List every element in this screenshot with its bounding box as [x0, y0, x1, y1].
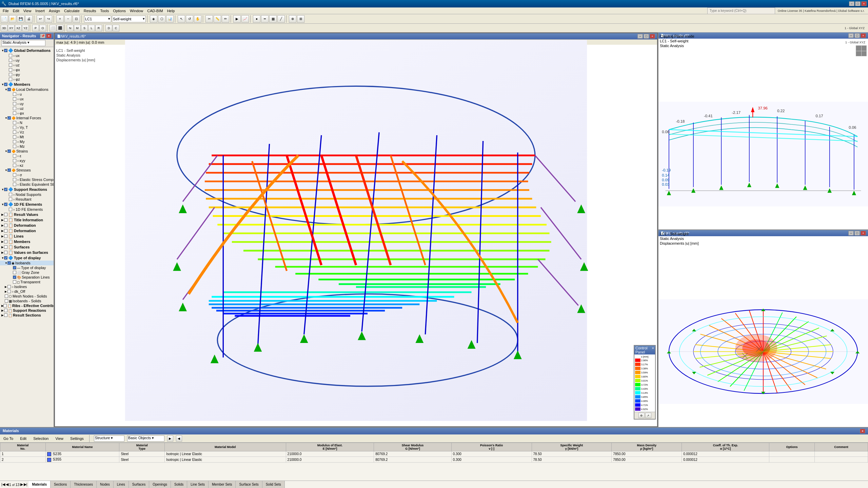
zoom-all-button[interactable]: ⊡ [73, 15, 80, 23]
nav-checkbox[interactable] [9, 193, 12, 196]
goto-button[interactable]: Go To [1, 436, 15, 441]
br-min-button[interactable]: − [848, 231, 854, 236]
nav-mesh-nodes-solids[interactable]: ⬡ Mesh Nodes - Solids [0, 294, 54, 299]
viewport-grid-icon[interactable] [856, 45, 867, 56]
load-case-dropdown[interactable]: LC1 ▾ [84, 16, 111, 22]
nav-checkbox[interactable] [13, 93, 16, 96]
nav-separation-lines[interactable]: ✓ — Type of display [0, 265, 54, 270]
menu-help[interactable]: Help [165, 8, 177, 14]
nav-checkbox[interactable] [3, 304, 7, 307]
nav-deformation[interactable]: ▶ 📋 Deformation [0, 228, 54, 233]
nav-checkbox[interactable] [5, 294, 8, 298]
nav-checkbox[interactable]: ✓ [13, 276, 16, 279]
contour-button[interactable]: C [113, 25, 119, 32]
nav-ribs[interactable]: ▶ 📋 Ribs - Effective Contribution on Sur… [0, 303, 54, 308]
render-button[interactable]: ◈ [150, 15, 157, 23]
nav-isobands-solids[interactable]: ▦ Isobands - Solids [0, 299, 54, 303]
nav-surfaces-group[interactable]: ▶ 📋 Surfaces [0, 244, 54, 250]
bottom-right-viewport[interactable]: 📄 NKV_results.rf6* − □ × LC1 - Self-weig… [658, 230, 868, 427]
nav-values-on-surfaces[interactable]: ▶ 📋 Values on Surfaces [0, 250, 54, 255]
results-toggle-button[interactable]: 📈 [241, 15, 249, 23]
nav-uy[interactable]: ○ uy [0, 58, 54, 63]
nav-checkbox[interactable]: ✓ [4, 83, 7, 86]
nav-members-group2[interactable]: ▶ 📋 Members [0, 239, 54, 244]
nav-checkbox[interactable] [9, 59, 12, 62]
nav-luy[interactable]: ○ uy [0, 101, 54, 106]
3d-structure-view[interactable]: LC1 - Self-weight Static Analysis Displa… [55, 40, 657, 421]
page-nav-next[interactable]: ▶ [20, 482, 23, 487]
redo-button[interactable]: ↪ [45, 15, 52, 23]
deformed-button[interactable]: D [105, 25, 112, 32]
nav-support-reactions2[interactable]: ▶ 📋 Support Reactions [0, 308, 54, 313]
nav-checkbox[interactable] [4, 245, 7, 249]
minimize-button[interactable]: − [849, 1, 854, 6]
search-input[interactable] [707, 7, 775, 14]
nav-checkbox[interactable] [4, 213, 7, 216]
selection-button[interactable]: Selection [31, 436, 51, 441]
select-button[interactable]: ↖ [178, 15, 185, 23]
nav-vy[interactable]: ○ Vy, T [0, 125, 54, 130]
nav-checkbox[interactable] [4, 218, 7, 222]
nav-checkbox[interactable] [4, 240, 7, 243]
nav-phiz[interactable]: ○ φz [0, 77, 54, 82]
nav-distribution-loads[interactable]: ▼ ✓ 🔷 1D FE Elements [0, 202, 54, 207]
top-right-viewport[interactable]: 📄 NKV_results.rf6* − □ × Clipping Plane … [658, 33, 868, 230]
nav-checkbox[interactable] [13, 140, 16, 143]
nav-elastic-equiv-stress[interactable]: ○ Elastic Equivalent Stress [0, 182, 54, 187]
control-panel[interactable]: Control Panel × u [mm] 2.96% 3.17% 3.38%… [634, 345, 656, 420]
nav-gray-zone[interactable]: ⬜ Gray Zone [0, 270, 54, 275]
nav-checkbox[interactable]: ✓ [7, 116, 11, 120]
nav-vz[interactable]: ○ Vz [0, 130, 54, 135]
filter-btn2[interactable]: ◀ [176, 435, 182, 442]
nav-strains[interactable]: ▼ ✓ 🔶 Strains [0, 149, 54, 154]
nav-checkbox[interactable] [13, 145, 16, 148]
nav-isolines[interactable]: ▶ ○ Isolines [0, 284, 54, 289]
load-type-dropdown[interactable]: Self-weight ▾ [112, 16, 146, 22]
menu-window[interactable]: Window [128, 8, 145, 14]
nav-checkbox[interactable] [13, 107, 16, 110]
nav-lines-group[interactable]: ▶ 📋 Lines [0, 233, 54, 239]
nav-lux[interactable]: ○ ux [0, 97, 54, 101]
line-button[interactable]: ━ [261, 15, 269, 23]
nav-lu[interactable]: ○ u [0, 92, 54, 97]
nav-checkbox[interactable] [13, 159, 16, 162]
section-button[interactable]: ✂ [205, 15, 213, 23]
nav-checkbox[interactable]: ✓ [7, 168, 11, 172]
nav-checkbox[interactable] [9, 78, 12, 81]
nav-smooth-color[interactable]: ✓ 🎨 Separation Lines [0, 275, 54, 280]
nav-checkbox[interactable]: ✓ [4, 49, 7, 52]
nav-checkbox[interactable] [4, 235, 7, 238]
nav-members[interactable]: ▼ ✓ 🔷 Members [0, 82, 54, 87]
tab-line-sets[interactable]: Line Sets [187, 481, 209, 488]
nav-mz[interactable]: ○ Mz [0, 144, 54, 149]
zoom-in-button[interactable]: + [56, 15, 64, 23]
nav-dk-off[interactable]: ▶ ○ dk_Off [0, 289, 54, 294]
nav-my[interactable]: ○ My [0, 139, 54, 144]
cp-settings-button[interactable]: ⚙ [638, 413, 645, 418]
nav-checkbox[interactable] [4, 313, 7, 317]
tab-member-sets[interactable]: Member Sets [209, 481, 236, 488]
results-button[interactable]: 📊 [166, 15, 174, 23]
undo-button[interactable]: ↩ [37, 15, 44, 23]
menu-assign[interactable]: Assign [47, 8, 62, 14]
nav-checkbox[interactable]: ✓ [7, 261, 11, 265]
tab-surfaces[interactable]: Surfaces [129, 481, 149, 488]
tab-solid-sets[interactable]: Solid Sets [262, 481, 285, 488]
vp-max-button[interactable]: □ [644, 34, 649, 39]
nav-checkbox[interactable]: ✓ [7, 88, 11, 91]
tab-solids[interactable]: Solids [171, 481, 187, 488]
view-xy-button[interactable]: XY [8, 25, 15, 32]
annotate-button[interactable]: ✏ [222, 15, 229, 23]
close-button[interactable]: × [861, 1, 867, 6]
model-button[interactable]: ⬡ [158, 15, 165, 23]
nav-phiy[interactable]: ○ φy [0, 72, 54, 77]
vp-close-button[interactable]: × [650, 34, 655, 39]
materials-close-button[interactable]: × [860, 429, 865, 433]
nav-checkbox[interactable] [9, 68, 12, 72]
orthographic-button[interactable]: O [39, 25, 46, 32]
nav-checkbox[interactable] [13, 130, 16, 134]
view-yz-button[interactable]: YZ [22, 25, 29, 32]
nav-checkbox[interactable] [13, 154, 16, 158]
nav-resultant[interactable]: ○ Resultant [0, 197, 54, 202]
page-nav-first[interactable]: |◀ [1, 482, 5, 487]
